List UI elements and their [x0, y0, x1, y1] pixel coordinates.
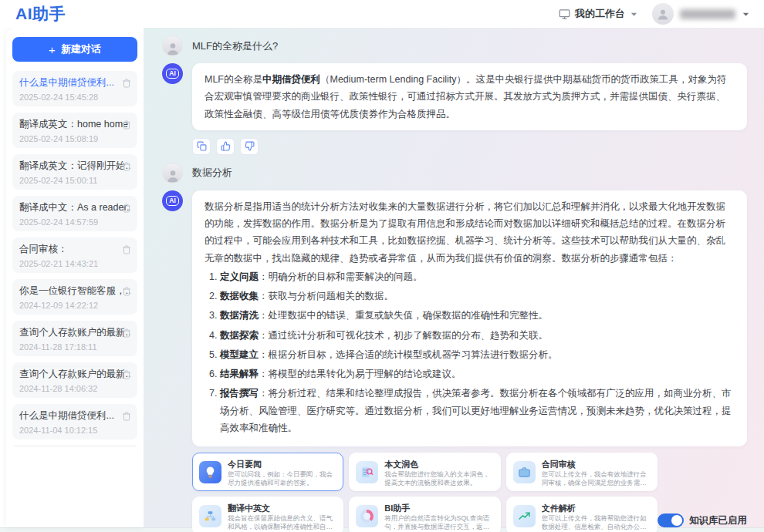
chevron-down-icon [630, 10, 638, 19]
conversation-item[interactable]: 你是一位银行智能客服，... 2024-12-09 14:22:12 [12, 279, 137, 315]
briefcase-icon [513, 461, 536, 483]
trash-icon[interactable] [122, 77, 131, 91]
card-file-parse[interactable]: 文件解析 您可以上传文件，我将帮助您进行如数据处理、信息检索、自动化办公等。 [506, 497, 658, 532]
new-chat-button[interactable]: + 新建对话 [12, 37, 137, 62]
conversation-item[interactable]: 翻译成英文：记得刚开始... 2025-02-24 15:00:11 [12, 154, 137, 190]
conversation-item[interactable]: 查询个人存款账户的最新... 2024-11-28 17:18:11 [12, 321, 137, 356]
card-text-polish[interactable]: 本文润色 我会帮助您进行您输入的文本润色，提高文本的流畅度和表达效果。 [349, 453, 500, 491]
list-item: 数据清洗：处理数据中的错误、重复或缺失值，确保数据的准确性和完整性。 [220, 307, 735, 324]
sidebar-divider [14, 446, 136, 446]
user-avatar [652, 3, 674, 25]
list-item: 模型建立：根据分析目标，选择合适的统计模型或机器学习算法进行数据分析。 [220, 346, 735, 363]
ai-message: AI MLF的全称是中期借贷便利（Medium-term Lending Fac… [162, 63, 747, 130]
list-item: 数据探索：通过统计分析和可视化技术，初步了解数据的分布、趋势和关联。 [220, 327, 735, 344]
user-message-text: 数据分析 [192, 166, 232, 180]
ai-message-bubble: MLF的全称是中期借贷便利（Medium-term Lending Facili… [192, 63, 747, 130]
card-contract-review[interactable]: 合同审核 您可以上传文件，我会有效地进行合同审核，确保合同满足您的业务需求。 [506, 453, 658, 491]
conversation-item[interactable]: 翻译成中文：As a reader... 2025-02-24 14:57:59 [12, 196, 137, 231]
user-menu[interactable] [652, 3, 750, 25]
trash-icon[interactable] [122, 202, 131, 216]
user-avatar [162, 35, 183, 56]
toggle-switch[interactable] [658, 513, 684, 527]
monitor-icon [559, 8, 570, 20]
sitemap-icon [199, 505, 221, 527]
conversation-item[interactable]: 查询个人存款账户的最新... 2024-11-28 14:06:32 [12, 362, 137, 398]
list-item: 报告撰写：将分析过程、结果和结论整理成报告，供决策者参考。数据分析在各个领域都有… [220, 385, 735, 436]
user-avatar [162, 163, 183, 184]
workspace-label: 我的工作台 [575, 7, 625, 21]
conversation-item[interactable]: 什么是中期借贷便利... 2024-11-04 10:12:15 [12, 404, 137, 439]
trash-icon[interactable] [122, 327, 131, 341]
quick-cards: 今日要闻 您可以问我，例如：今日要闻，我会尽力提供准确和可靠的答案。 本文润色 … [192, 453, 658, 532]
ai-message: AI 数据分析是指用适当的统计分析方法对收集来的大量数据进行分析，将它们加以汇总… [162, 190, 747, 446]
trash-icon[interactable] [122, 410, 131, 424]
message-actions [192, 138, 747, 155]
thumbs-down-icon[interactable] [240, 138, 259, 155]
trash-icon[interactable] [122, 160, 131, 174]
conversation-item[interactable]: 合同审核： 2025-02-21 14:43:21 [12, 237, 137, 273]
trend-arrow-icon [513, 505, 536, 527]
card-bi-assistant[interactable]: BI助手 将用户的自然语言转化为SQL查询语句，并直接与数据库进行交互，返回智能… [349, 497, 500, 532]
ai-avatar: AI [162, 63, 183, 84]
trash-icon[interactable] [122, 119, 131, 133]
ai-message-bubble: 数据分析是指用适当的统计分析方法对收集来的大量数据进行分析，将它们加以汇总和理解… [192, 190, 747, 446]
trash-icon[interactable] [122, 369, 131, 382]
thumbs-up-icon[interactable] [216, 138, 235, 155]
analysis-steps-list: 定义问题：明确分析的目标和需要解决的问题。 数据收集：获取与分析问题相关的数据。… [220, 268, 735, 436]
workspace-menu[interactable]: 我的工作台 [559, 7, 638, 21]
plus-icon: + [49, 43, 56, 56]
list-item: 结果解释：将模型的结果转化为易于理解的结论或建议。 [220, 365, 735, 382]
trash-icon[interactable] [122, 285, 131, 299]
app-logo: AI助手 [15, 3, 66, 25]
trash-icon[interactable] [122, 244, 131, 258]
card-translate[interactable]: 翻译中英文 我会旨在保留原始信息的含义、语气和风格，以确保翻译的准确性和自然流畅… [192, 497, 343, 532]
card-today-news[interactable]: 今日要闻 您可以问我，例如：今日要闻，我会尽力提供准确和可靠的答案。 [192, 453, 343, 491]
sidebar: + 新建对话 什么是中期借贷便利... 2025-02-24 15:45:28 … [0, 28, 144, 527]
user-message: 数据分析 [162, 163, 747, 184]
lightbulb-icon [199, 461, 221, 483]
pie-chart-icon [356, 505, 378, 527]
username-redacted [680, 9, 735, 19]
chat-area: MLF的全称是什么? AI MLF的全称是中期借贷便利（Medium-term … [144, 28, 764, 527]
conversation-item[interactable]: 翻译成英文：home home 2025-02-24 15:08:19 [12, 113, 137, 148]
document-magnifier-icon [356, 461, 378, 483]
list-item: 数据收集：获取与分析问题相关的数据。 [220, 288, 735, 305]
analysis-intro: 数据分析是指用适当的统计分析方法对收集来的大量数据进行分析，将它们加以汇总和理解… [205, 201, 725, 264]
top-bar: AI助手 我的工作台 [0, 0, 764, 28]
list-item: 定义问题：明确分析的目标和需要解决的问题。 [220, 268, 735, 285]
user-message: MLF的全称是什么? [162, 35, 747, 56]
conversation-item[interactable]: 什么是中期借贷便利... 2025-02-24 15:45:28 [12, 71, 137, 106]
chevron-down-icon [742, 10, 750, 19]
knowledge-base-toggle[interactable]: 知识库已启用 [658, 513, 747, 527]
ai-avatar: AI [162, 190, 183, 211]
user-message-text: MLF的全称是什么? [192, 39, 278, 53]
toggle-label: 知识库已启用 [689, 514, 747, 527]
copy-icon[interactable] [192, 138, 211, 155]
